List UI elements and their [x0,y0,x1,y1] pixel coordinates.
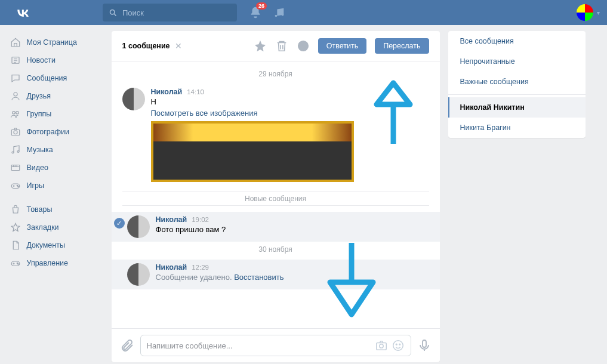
message-time: 14:10 [187,88,204,95]
music-icon[interactable] [273,6,286,19]
doc-icon [10,240,21,251]
message-row[interactable]: Николай 12:29 Сообщение удалено. Восстан… [112,260,440,289]
nav-label: Моя Страница [27,38,77,47]
restore-link[interactable]: Восстановить [234,273,284,282]
svg-point-17 [17,264,19,265]
camera-icon[interactable] [375,339,388,352]
notifications-icon[interactable]: 26 [249,6,262,19]
nav-item-video[interactable]: Видео [5,159,103,177]
message-text: Н [151,97,429,106]
bag-icon [10,204,21,215]
nav-label: Товары [27,205,53,214]
conversation-item[interactable]: Николай Никитин [448,97,586,118]
search-input[interactable] [122,8,231,17]
groups-icon [10,109,21,119]
selection-count: 1 сообщение [122,42,170,50]
chat-icon [10,73,21,84]
search-box[interactable] [103,4,237,21]
sender-avatar[interactable] [122,88,145,110]
friends-icon [10,91,21,101]
nav-item-friends[interactable]: Друзья [5,87,103,105]
reply-button[interactable]: Ответить [318,38,366,54]
vk-logo[interactable] [14,4,31,21]
nav-label: Новости [27,56,56,64]
svg-point-23 [399,344,400,345]
chat-panel: 1 сообщение ✕ Ответить Переслать [112,31,440,362]
nav-item-music[interactable]: Музыка [5,141,103,159]
message-input-box[interactable] [140,335,411,356]
profile-menu[interactable]: ▾ [577,4,600,21]
nav-item-bag[interactable]: Товары [5,200,103,218]
message-time: 12:29 [192,264,209,271]
nav-item-games[interactable]: Игры [5,177,103,195]
svg-point-16 [17,263,18,264]
message-image[interactable] [151,121,354,182]
nav-item-camera[interactable]: Фотографии [5,123,103,141]
message-row[interactable]: Николай 14:10 Н Посмотреть все изображен… [112,84,440,186]
date-separator: 30 ноября [112,242,440,260]
message-time: 19:02 [192,216,209,223]
nav-item-star[interactable]: Закладки [5,218,103,236]
message-input[interactable] [147,341,371,350]
nav-label: Видео [27,164,49,172]
forward-button[interactable]: Переслать [375,38,429,54]
chat-header: 1 сообщение ✕ Ответить Переслать [112,31,440,61]
svg-rect-24 [423,340,426,347]
sender-name[interactable]: Николай [156,215,187,224]
sender-name[interactable]: Николай [156,263,187,272]
svg-point-20 [379,344,383,348]
message-row[interactable]: ✓ Николай 19:02 Фото пришло вам ? [112,212,440,242]
svg-point-21 [393,341,403,351]
nav-label: Игры [27,181,44,190]
svg-rect-11 [11,165,20,171]
sender-avatar[interactable] [127,263,150,286]
attach-icon[interactable] [120,338,134,353]
games-icon [10,180,21,191]
svg-point-8 [14,131,17,134]
message-text: Фото пришло вам ? [156,225,429,234]
spam-icon[interactable] [297,39,310,53]
clear-selection-icon[interactable]: ✕ [175,41,182,51]
gamepad-icon [10,258,21,269]
nav-item-groups[interactable]: Группы [5,105,103,123]
star-icon[interactable] [254,39,267,53]
conversation-item[interactable]: Никита Брагин [448,118,586,138]
svg-point-0 [110,10,115,14]
user-avatar [577,4,593,21]
chevron-down-icon: ▾ [597,10,600,16]
star-icon [10,222,21,233]
top-header: 26 ▾ [0,0,607,25]
filter-unread[interactable]: Непрочитанные [448,51,586,72]
svg-point-6 [16,112,19,115]
filter-all[interactable]: Все сообщения [448,31,586,51]
nav-item-chat[interactable]: Сообщения [5,69,103,87]
nav-item-doc[interactable]: Документы [5,236,103,254]
news-icon [10,55,21,66]
filter-important[interactable]: Важные сообщения [448,72,586,92]
nav-label: Фотографии [27,128,69,136]
svg-point-9 [12,152,14,153]
svg-point-13 [17,185,18,186]
trash-icon[interactable] [275,39,288,53]
svg-point-4 [14,92,17,96]
sender-name[interactable]: Николай [151,88,183,96]
svg-point-14 [17,186,19,187]
nav-label: Документы [27,241,65,249]
view-all-images-link[interactable]: Посмотреть все изображения [151,109,429,118]
camera-icon [10,127,21,137]
nav-item-home[interactable]: Моя Страница [5,33,103,51]
emoji-icon[interactable] [392,339,405,352]
nav-item-gamepad[interactable]: Управление [5,254,103,272]
chat-body: 29 ноября Николай 14:10 Н Посмотреть все… [112,61,440,328]
nav-item-news[interactable]: Новости [5,51,103,69]
notif-badge: 26 [256,2,267,10]
svg-point-5 [12,112,15,115]
mic-icon[interactable] [417,338,432,353]
nav-label: Группы [27,110,52,118]
nav-label: Друзья [27,92,51,100]
check-icon: ✓ [114,218,125,229]
deleted-message-label: Сообщение удалено. Восстановить [156,273,429,282]
sender-avatar[interactable] [127,215,150,238]
nav-label: Сообщения [27,74,67,82]
music-icon [10,144,21,155]
